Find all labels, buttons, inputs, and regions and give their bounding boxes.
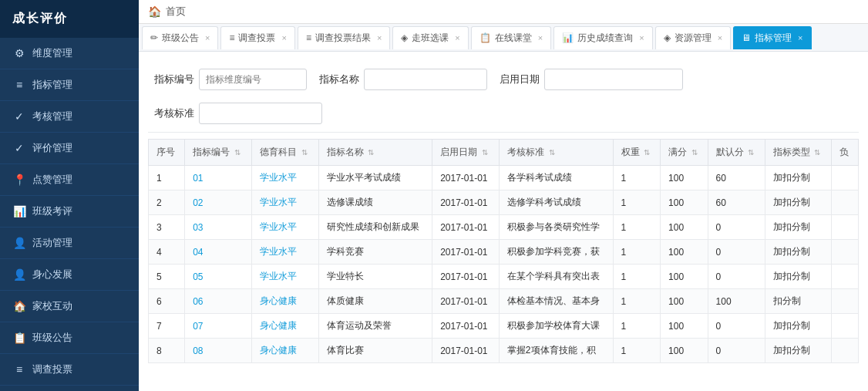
cell-default: 100: [708, 289, 765, 314]
sort-icon-name[interactable]: ⇅: [366, 148, 375, 157]
col-header-weight: 权重 ⇅: [613, 140, 661, 166]
data-table: 序号指标编号 ⇅德育科目 ⇅指标名称 ⇅启用日期 ⇅考核标准 ⇅权重 ⇅满分 ⇅…: [148, 139, 859, 363]
tab-close-btn[interactable]: ×: [455, 33, 459, 42]
sort-icon-standard[interactable]: ⇅: [547, 148, 555, 157]
breadcrumb-home: 首页: [166, 5, 186, 19]
col-header-name: 指标名称 ⇅: [318, 140, 432, 166]
cell-extra: [832, 289, 859, 314]
filter-standard-input[interactable]: [199, 103, 322, 124]
cell-extra: [832, 265, 859, 289]
tab-indicator-mgmt-icon: 🖥: [742, 32, 751, 43]
filter-name-group: 指标名称: [319, 69, 487, 90]
cell-code: 06: [185, 289, 252, 314]
col-header-code: 指标编号 ⇅: [185, 140, 252, 166]
cell-seq: 6: [149, 289, 185, 314]
tab-close-btn[interactable]: ×: [639, 33, 644, 42]
sort-icon-weight[interactable]: ⇅: [642, 148, 651, 157]
tab-survey-result[interactable]: ≡调查投票结果×: [298, 26, 390, 49]
tab-online-class[interactable]: 📋在线课堂×: [471, 26, 551, 49]
tab-close-btn[interactable]: ×: [205, 33, 210, 42]
filter-date-label: 启用日期: [500, 72, 540, 86]
filter-date-input[interactable]: [544, 69, 683, 90]
sidebar-evaluation-icon: ✓: [12, 142, 26, 154]
table-row: 808身心健康体育比赛2017-01-01掌握2项体育技能，积11000加扣分制: [149, 339, 859, 363]
sidebar-title: 成长评价: [0, 0, 139, 38]
tab-indicator-mgmt[interactable]: 🖥指标管理×: [733, 26, 811, 49]
sidebar-praise-icon: 📍: [12, 174, 26, 186]
sort-icon-code[interactable]: ⇅: [232, 148, 241, 157]
cell-type: 加扣分制: [765, 215, 832, 240]
sort-icon-type[interactable]: ⇅: [812, 148, 821, 157]
cell-weight: 1: [613, 339, 661, 363]
tab-close-btn[interactable]: ×: [798, 33, 802, 42]
tab-history-score[interactable]: 📊历史成绩查询×: [553, 26, 652, 49]
col-header-extra: 负: [832, 140, 859, 166]
filter-name-input[interactable]: [364, 69, 487, 90]
tab-label: 历史成绩查询: [577, 32, 633, 45]
cell-name: 体质健康: [318, 289, 432, 314]
cell-moral: 身心健康: [251, 289, 318, 314]
sidebar-item-label: 调查投票: [32, 362, 72, 376]
sort-icon-max[interactable]: ⇅: [689, 148, 698, 157]
tab-label: 调查投票结果: [315, 32, 371, 45]
sidebar-item-evaluation[interactable]: ✓评价管理: [0, 133, 139, 164]
cell-moral: 身心健康: [251, 314, 318, 339]
sidebar-item-label: 班级公告: [32, 331, 72, 345]
cell-standard: 积极参加学科竞赛，获: [499, 240, 613, 265]
tab-survey-vote[interactable]: ≡调查投票×: [220, 26, 294, 49]
cell-weight: 1: [613, 314, 661, 339]
tab-close-btn[interactable]: ×: [281, 33, 286, 42]
sidebar-item-activity[interactable]: 👤活动管理: [0, 228, 139, 259]
sort-icon-date[interactable]: ⇅: [479, 148, 488, 157]
sidebar-item-label: 指标管理: [32, 78, 72, 92]
cell-weight: 1: [613, 265, 661, 289]
tab-resource-mgmt[interactable]: ◈资源管理×: [655, 26, 731, 49]
sidebar-item-label: 身心发展: [32, 268, 72, 281]
sidebar-mental-icon: 👤: [12, 268, 26, 281]
tab-class-notice[interactable]: ✏班级公告×: [142, 26, 218, 49]
sidebar-item-survey[interactable]: ≡调查投票: [0, 354, 139, 386]
cell-moral: 学业水平: [251, 215, 318, 240]
tabs-bar: ✏班级公告×≡调查投票×≡调查投票结果×◈走班选课×📋在线课堂×📊历史成绩查询×…: [139, 24, 868, 52]
filter-date-group: 启用日期: [500, 69, 683, 90]
cell-default: 0: [708, 240, 765, 265]
cell-code: 07: [185, 314, 252, 339]
sort-icon-default[interactable]: ⇅: [746, 148, 755, 157]
table-row: 707身心健康体育运动及荣誉2017-01-01积极参加学校体育大课11000加…: [149, 314, 859, 339]
cell-max: 100: [661, 289, 708, 314]
sidebar-item-mental[interactable]: 👤身心发展: [0, 259, 139, 291]
sidebar-item-family[interactable]: 🏠家校互动: [0, 291, 139, 322]
cell-extra: [832, 339, 859, 363]
tab-history-score-icon: 📊: [562, 32, 574, 43]
col-header-seq: 序号: [149, 140, 185, 166]
col-header-date: 启用日期 ⇅: [432, 140, 500, 166]
cell-max: 100: [661, 166, 708, 190]
filter-code-input[interactable]: [199, 69, 307, 90]
sidebar-dimension-icon: ⚙: [12, 47, 26, 59]
table-row: 303学业水平研究性成绩和创新成果2017-01-01积极参与各类研究性学110…: [149, 215, 859, 240]
cell-moral: 学业水平: [251, 265, 318, 289]
tab-close-btn[interactable]: ×: [538, 33, 543, 42]
sidebar-item-praise[interactable]: 📍点赞管理: [0, 164, 139, 196]
sidebar-item-label: 维度管理: [32, 46, 72, 60]
sidebar-class-eval-icon: 📊: [12, 205, 26, 217]
cell-standard: 体检基本情况、基本身: [499, 289, 613, 314]
tab-close-btn[interactable]: ×: [718, 33, 722, 42]
sidebar-item-class-notice[interactable]: 📋班级公告: [0, 322, 139, 354]
tab-close-btn[interactable]: ×: [377, 33, 382, 42]
sidebar-item-class-eval[interactable]: 📊班级考评: [0, 196, 139, 228]
cell-standard: 各学科考试成绩: [499, 166, 613, 190]
sidebar-item-assessment[interactable]: ✓考核管理: [0, 101, 139, 133]
sort-icon-moral[interactable]: ⇅: [299, 148, 308, 157]
sidebar-activity-icon: 👤: [12, 237, 26, 249]
tab-walk-class[interactable]: ◈走班选课×: [392, 26, 468, 49]
table-body: 101学业水平学业水平考试成绩2017-01-01各学科考试成绩110060加扣…: [149, 166, 859, 363]
sidebar-item-dimension[interactable]: ⚙维度管理: [0, 38, 139, 69]
cell-extra: [832, 215, 859, 240]
cell-type: 加扣分制: [765, 190, 832, 215]
cell-moral: 学业水平: [251, 166, 318, 190]
cell-extra: [832, 240, 859, 265]
cell-date: 2017-01-01: [432, 215, 500, 240]
sidebar-item-indicator[interactable]: ≡指标管理: [0, 69, 139, 101]
cell-seq: 4: [149, 240, 185, 265]
